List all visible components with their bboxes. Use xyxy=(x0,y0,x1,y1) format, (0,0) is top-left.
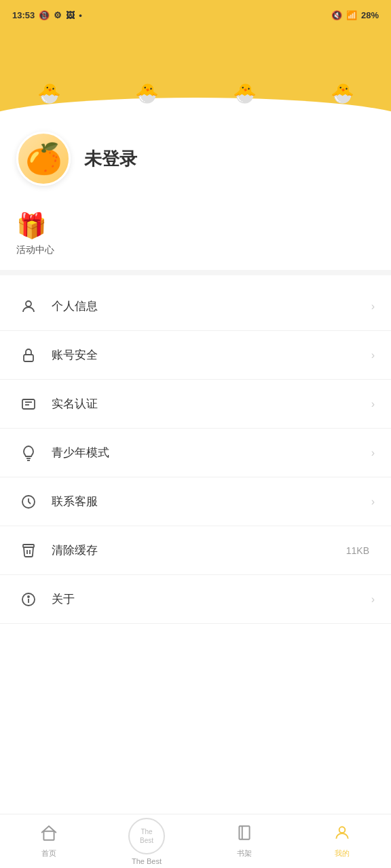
account-security-arrow: › xyxy=(371,349,375,361)
menu-item-about[interactable]: 关于 › xyxy=(0,575,391,624)
wifi-icon: 📶 xyxy=(346,10,357,20)
clear-cache-label: 清除缓存 xyxy=(52,542,346,558)
activity-section: 🎁 活动中心 xyxy=(0,193,391,263)
svg-rect-15 xyxy=(239,826,249,840)
menu-item-customer-service[interactable]: 联系客服 › xyxy=(0,477,391,526)
about-icon xyxy=(16,587,41,612)
avatar-emoji: 🍊 xyxy=(25,141,62,176)
about-arrow: › xyxy=(371,593,375,606)
time: 13:53 xyxy=(12,10,35,20)
mascot-4: 🐣 xyxy=(331,82,354,104)
activity-icon[interactable]: 🎁 xyxy=(16,212,47,240)
bookshelf-icon xyxy=(236,824,253,846)
status-bar: 13:53 📵 ⚙ 🖼 • 🔇 📶 28% xyxy=(0,0,391,30)
svg-rect-14 xyxy=(43,831,54,840)
avatar[interactable]: 🍊 xyxy=(16,132,71,186)
header-banner: 🐣 🐣 🐣 🐣 xyxy=(0,30,391,125)
menu-item-account-security[interactable]: 账号安全 › xyxy=(0,331,391,380)
customer-service-label: 联系客服 xyxy=(52,494,371,509)
real-name-icon xyxy=(16,392,41,416)
profile-section: 🍊 未登录 xyxy=(0,118,391,193)
signal-icon: 📵 xyxy=(39,10,50,20)
mascots-container: 🐣 🐣 🐣 🐣 xyxy=(0,30,391,125)
youth-mode-icon xyxy=(16,441,41,465)
real-name-label: 实名认证 xyxy=(52,396,371,412)
status-right: 🔇 📶 28% xyxy=(331,10,379,20)
home-icon xyxy=(40,824,58,846)
nav-home[interactable]: 首页 xyxy=(0,818,98,864)
battery-text: 28% xyxy=(361,10,379,20)
nav-best[interactable]: TheBest The Best xyxy=(98,812,196,869)
settings-icon: ⚙ xyxy=(54,10,62,20)
svg-point-12 xyxy=(28,596,29,597)
customer-service-icon xyxy=(16,490,41,514)
personal-info-icon xyxy=(16,294,41,319)
menu-item-clear-cache[interactable]: 清除缓存 11KB xyxy=(0,526,391,575)
mascot-1: 🐣 xyxy=(37,82,61,104)
nav-bookshelf-label: 书架 xyxy=(237,848,252,859)
menu-item-personal-info[interactable]: 个人信息 › xyxy=(0,282,391,331)
svg-point-17 xyxy=(339,827,346,833)
svg-rect-2 xyxy=(22,399,35,409)
menu-list: 个人信息 › 账号安全 › 实名认证 xyxy=(0,282,391,624)
customer-service-arrow: › xyxy=(371,496,375,508)
personal-info-arrow: › xyxy=(371,300,375,313)
clear-cache-icon xyxy=(16,538,41,563)
youth-mode-arrow: › xyxy=(371,447,375,459)
about-label: 关于 xyxy=(52,591,371,607)
status-left: 13:53 📵 ⚙ 🖼 • xyxy=(12,10,82,20)
username[interactable]: 未登录 xyxy=(84,147,137,171)
real-name-arrow: › xyxy=(371,398,375,410)
nav-bookshelf[interactable]: 书架 xyxy=(196,818,293,864)
nav-mine-label: 我的 xyxy=(335,848,350,859)
nav-best-icon: TheBest xyxy=(128,818,165,854)
nav-mine[interactable]: 我的 xyxy=(293,818,391,864)
menu-item-real-name[interactable]: 实名认证 › xyxy=(0,380,391,429)
svg-point-0 xyxy=(26,301,31,307)
image-icon: 🖼 xyxy=(66,10,75,20)
menu-item-youth-mode[interactable]: 青少年模式 › xyxy=(0,429,391,477)
bottom-nav: 首页 TheBest The Best 书架 我的 xyxy=(0,814,391,868)
account-security-icon xyxy=(16,343,41,368)
mascot-2: 🐣 xyxy=(135,82,159,104)
nav-best-label: The Best xyxy=(132,857,162,865)
clear-cache-value: 11KB xyxy=(346,545,369,556)
mute-icon: 🔇 xyxy=(331,10,342,20)
svg-rect-1 xyxy=(24,355,33,361)
youth-mode-label: 青少年模式 xyxy=(52,445,371,460)
dot-icon: • xyxy=(79,10,82,20)
account-security-label: 账号安全 xyxy=(52,347,371,363)
nav-home-label: 首页 xyxy=(41,848,56,859)
mascot-3: 🐣 xyxy=(233,82,257,104)
section-divider xyxy=(0,270,391,275)
svg-rect-8 xyxy=(23,545,34,547)
activity-label[interactable]: 活动中心 xyxy=(16,244,54,256)
mine-icon xyxy=(333,824,351,846)
personal-info-label: 个人信息 xyxy=(52,298,371,314)
